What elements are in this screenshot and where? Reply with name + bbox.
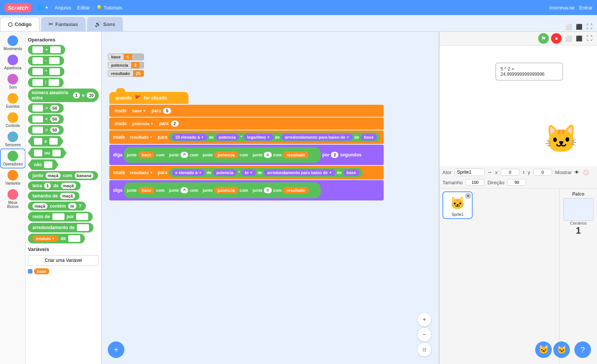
fullscreen-btn[interactable]: ⛶: [585, 22, 594, 31]
set3-log-dd[interactable]: logaritmo ▼: [244, 134, 274, 141]
cat-appearance[interactable]: Aparência: [1, 53, 25, 72]
say1-inner3[interactable]: junte = com resultado: [250, 150, 312, 159]
say2-junte2: junte: [169, 188, 179, 193]
set4-expr[interactable]: e elevado à ▼ de potencia * ln ▼ de arre…: [169, 168, 363, 177]
cat-events[interactable]: Eventos: [1, 92, 25, 110]
say2-block[interactable]: diga junte base com junte ^ com junte po…: [109, 180, 384, 200]
block-not[interactable]: não: [28, 159, 58, 170]
block-random[interactable]: número aleatório entre 1 e 10: [28, 89, 99, 102]
say2-expr[interactable]: junte base com junte ^ com junte potenci…: [124, 182, 321, 198]
set1-var-dd[interactable]: base ▼: [129, 107, 149, 114]
nav-editar[interactable]: Editar: [77, 5, 90, 11]
block-length[interactable]: tamanho de maçã: [28, 191, 80, 200]
block-module[interactable]: módulo ▼ de: [28, 234, 85, 243]
block-sub[interactable]: -: [28, 56, 64, 66]
say2-inner3[interactable]: junte = com resultado: [250, 186, 312, 195]
say1-inner1[interactable]: junte ^ com junte potencia com junte =: [166, 148, 318, 162]
tab-codigo[interactable]: ⬡ Código: [0, 17, 40, 31]
palco-area: Palco Cenários 1: [559, 188, 597, 364]
say1-inner2[interactable]: junte potencia com junte = com resultado: [200, 149, 315, 161]
zoom-fit-btn[interactable]: ⊡: [418, 343, 431, 356]
block-or[interactable]: ou: [28, 148, 67, 158]
cat-sound[interactable]: Som: [1, 72, 25, 91]
nav-tutorials[interactable]: 💡 Tutoriais: [96, 5, 122, 11]
language-selector[interactable]: 🌐 ▼: [37, 5, 49, 11]
block-mod[interactable]: resto de por: [28, 212, 93, 222]
set-potencia-block[interactable]: mude potencia ▼ para 2: [109, 118, 384, 130]
set4-ln-dd[interactable]: ln ▼: [241, 169, 256, 176]
cat-help-btn[interactable]: 🐱: [553, 341, 570, 358]
y-input[interactable]: [533, 169, 552, 176]
set-resultado-block2[interactable]: mude resultado ▼ para e elevado à ▼ de p…: [109, 166, 384, 179]
block-eq[interactable]: = 50: [28, 125, 64, 135]
set3-10-elevado[interactable]: 10 elevado à ▼: [172, 134, 207, 141]
nav-inscreva[interactable]: Inscreva-se: [549, 5, 574, 11]
cat-motion[interactable]: Movimento: [1, 34, 25, 52]
set-base-block[interactable]: mude base ▼ para 5: [109, 105, 384, 117]
cat-operators[interactable]: Operadores: [1, 149, 25, 168]
feedback-btn[interactable]: ?: [574, 341, 591, 358]
stage-expand-btn[interactable]: ⬛: [574, 34, 583, 43]
stage-display: 🐱 5 ^ 2 = 24.999999999999996: [439, 46, 597, 166]
block-sub-row: -: [28, 56, 99, 66]
block-contains[interactable]: maçã contém m ?: [28, 202, 86, 211]
set3-arrend-dd[interactable]: arredondamento para baixo de ▼: [281, 134, 353, 141]
hide-eye-btn[interactable]: 🚫: [582, 168, 590, 176]
say1-expr[interactable]: junte base com junte ^ com junte potenci…: [124, 147, 321, 163]
sprite-card-sprite1[interactable]: ✕ 🐱 Sprite1: [442, 191, 473, 219]
module-de: de: [61, 236, 66, 241]
tab-sons[interactable]: 🔊 Sons: [87, 17, 123, 31]
base-checkbox[interactable]: [28, 269, 32, 274]
set2-var-dd[interactable]: potencia ▼: [129, 120, 157, 127]
say1-block[interactable]: diga junte base com junte ^ com junte po…: [109, 145, 384, 165]
green-flag-btn[interactable]: ⚑: [538, 33, 549, 44]
nav-entrar[interactable]: Entrar: [579, 5, 592, 11]
show-eye-btn[interactable]: 👁: [573, 168, 581, 176]
set4-e-elevado[interactable]: e elevado à ▼: [172, 169, 205, 176]
block-var-base[interactable]: base: [34, 268, 49, 274]
set3-expr-outer[interactable]: 10 elevado à ▼ de potencia * logaritmo ▼…: [169, 133, 380, 142]
create-var-btn[interactable]: Criar uma Variável: [28, 255, 99, 266]
cat-control[interactable]: Controle: [1, 111, 25, 129]
cat-variables[interactable]: Variáveis: [1, 168, 25, 187]
scratch-logo[interactable]: Scratch: [5, 3, 31, 12]
stage-fullscreen-btn[interactable]: ⛶: [585, 34, 594, 43]
set3-var-dd[interactable]: resultado ▼: [127, 134, 156, 141]
add-sprite-btn[interactable]: 🐱: [535, 341, 552, 358]
block-add[interactable]: +: [28, 45, 65, 55]
zoom-in-btn[interactable]: +: [418, 313, 431, 326]
hat-block[interactable]: quando 🚩 for clicado: [109, 92, 188, 104]
normal-view-btn[interactable]: ⬜: [564, 22, 573, 31]
add-extension-btn[interactable]: +: [108, 341, 124, 358]
direction-input[interactable]: [507, 179, 526, 186]
say2-inner1[interactable]: junte ^ com junte potencia com junte =: [166, 184, 318, 197]
block-round[interactable]: arredondamento de: [28, 223, 93, 232]
set-resultado-block1[interactable]: mude resultado ▼ para 10 elevado à ▼ de …: [109, 130, 384, 144]
zoom-out-btn[interactable]: −: [418, 328, 431, 341]
sprite-name-input[interactable]: [455, 168, 485, 176]
cat-sensors[interactable]: Sensores: [1, 130, 25, 148]
add-left-input: [32, 46, 43, 53]
block-lt[interactable]: < 50: [28, 114, 64, 124]
tab-fantasias[interactable]: ✂ Fantasias: [41, 17, 86, 31]
set4-var-dd[interactable]: resultado ▼: [127, 169, 156, 176]
cat-myblocks[interactable]: Meus Blocos: [1, 188, 25, 210]
module-dropdown[interactable]: módulo ▼: [32, 235, 58, 242]
x-input[interactable]: [501, 169, 519, 176]
sprite-delete-btn[interactable]: ✕: [465, 193, 471, 199]
size-input[interactable]: [465, 179, 484, 186]
nav-arquivo[interactable]: Arquivo: [55, 5, 71, 11]
small-stage-btn[interactable]: ⬛: [574, 22, 583, 31]
stage-normal-btn[interactable]: ⬜: [564, 34, 573, 43]
block-gt[interactable]: > 50: [28, 103, 64, 113]
block-div[interactable]: /: [28, 78, 64, 87]
block-join[interactable]: junte maçã com banana: [28, 171, 98, 180]
say1-junte: junte: [127, 153, 137, 157]
say2-inner2[interactable]: junte potencia com junte = com resultado: [200, 185, 315, 196]
block-and[interactable]: e: [28, 136, 64, 147]
set4-arrend-dd[interactable]: arredondamento para baixo de ▼: [264, 169, 335, 176]
palco-thumbnail[interactable]: [563, 198, 594, 221]
stop-btn[interactable]: ■: [551, 33, 562, 44]
block-letter[interactable]: letra 1 de maçã: [28, 181, 81, 190]
block-mul[interactable]: *: [28, 67, 64, 76]
